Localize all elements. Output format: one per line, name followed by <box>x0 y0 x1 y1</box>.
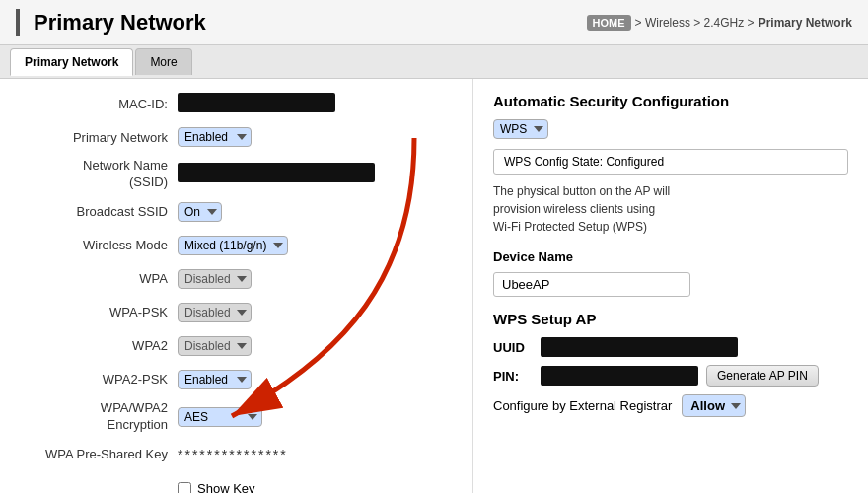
ssid-value <box>178 163 453 185</box>
primary-network-value: Enabled Disabled <box>178 127 453 147</box>
wpa2-psk-value: Enabled Disabled <box>178 370 453 389</box>
show-key-row: Show Key <box>20 475 453 493</box>
wpa-row: WPA Disabled Enabled <box>20 266 453 292</box>
pin-row: PIN: Generate AP PIN <box>493 365 848 387</box>
mac-id-value <box>178 93 453 115</box>
psk-label: WPA Pre-Shared Key <box>20 447 178 461</box>
wps-select-row: WPS <box>493 119 848 139</box>
home-button[interactable]: HOME <box>587 15 631 31</box>
mac-id-blackbox <box>178 93 335 112</box>
pin-label: PIN: <box>493 369 533 384</box>
device-name-input[interactable] <box>493 272 690 297</box>
page-header: Primary Network HOME > Wireless > 2.4GHz… <box>0 0 868 45</box>
wpa2-value: Disabled Enabled <box>178 336 453 356</box>
wpa-value: Disabled Enabled <box>178 269 453 289</box>
breadcrumb: HOME > Wireless > 2.4GHz > Primary Netwo… <box>587 15 852 31</box>
wireless-mode-value: Mixed (11b/g/n) 11b only 11g only 11n on… <box>178 236 453 255</box>
broadcast-ssid-label: Broadcast SSID <box>20 204 178 219</box>
primary-network-label: Primary Network <box>20 130 178 145</box>
device-name-title: Device Name <box>493 249 848 264</box>
tab-primary-network[interactable]: Primary Network <box>10 48 133 76</box>
wireless-mode-row: Wireless Mode Mixed (11b/g/n) 11b only 1… <box>20 233 453 258</box>
wps-setup-section: UUID PIN: Generate AP PIN Configure by E… <box>493 337 848 417</box>
encryption-value: AES TKIP AES+TKIP <box>178 407 453 427</box>
pin-blackbox <box>541 366 698 386</box>
wpa-psk-label: WPA-PSK <box>20 305 178 319</box>
generate-pin-button[interactable]: Generate AP PIN <box>706 365 819 387</box>
right-panel: Automatic Security Configuration WPS WPS… <box>473 79 868 493</box>
wpa2-label: WPA2 <box>20 338 178 353</box>
left-panel: MAC-ID: Primary Network Enabled Disabled… <box>0 79 473 493</box>
wpa-label: WPA <box>20 271 178 286</box>
wpa-psk-row: WPA-PSK Disabled Enabled <box>20 300 453 325</box>
config-desc: The physical button on the AP willprovis… <box>493 182 848 236</box>
wps-select[interactable]: WPS <box>493 119 548 139</box>
registrar-label: Configure by External Registrar <box>493 398 672 413</box>
show-key-checkbox[interactable] <box>178 482 191 493</box>
allow-select[interactable]: Allow Deny <box>682 394 746 417</box>
page-title: Primary Network <box>16 9 206 36</box>
show-key-label: Show Key <box>197 481 255 493</box>
page-title-text: Primary Network <box>34 10 206 35</box>
config-state-box: WPS Config State: Configured <box>493 149 848 175</box>
wpa2-select[interactable]: Disabled Enabled <box>178 336 252 356</box>
wpa-psk-value: Disabled Enabled <box>178 303 453 322</box>
breadcrumb-path: > Wireless > 2.4GHz > <box>635 16 755 30</box>
wpa-select[interactable]: Disabled Enabled <box>178 269 252 289</box>
nav-tabs: Primary Network More <box>0 45 868 79</box>
ssid-label: Network Name(SSID) <box>20 158 178 191</box>
psk-password: *************** <box>178 447 288 462</box>
wpa-psk-select[interactable]: Disabled Enabled <box>178 303 252 322</box>
config-state-text: WPS Config State: Configured <box>504 155 664 169</box>
encryption-select[interactable]: AES TKIP AES+TKIP <box>178 407 262 427</box>
broadcast-ssid-row: Broadcast SSID On Off <box>20 199 453 225</box>
wireless-mode-label: Wireless Mode <box>20 238 178 252</box>
registrar-row: Configure by External Registrar Allow De… <box>493 394 848 417</box>
wireless-mode-select[interactable]: Mixed (11b/g/n) 11b only 11g only 11n on… <box>178 236 288 255</box>
ssid-blackbox <box>178 163 375 182</box>
primary-network-select[interactable]: Enabled Disabled <box>178 127 252 147</box>
wpa2-psk-label: WPA2-PSK <box>20 372 178 387</box>
encryption-label: WPA/WPA2Encryption <box>20 400 178 434</box>
uuid-blackbox <box>541 337 738 357</box>
uuid-label: UUID <box>493 340 533 355</box>
psk-value: *************** <box>178 447 453 462</box>
wps-setup-title: WPS Setup AP <box>493 311 848 327</box>
psk-row: WPA Pre-Shared Key *************** <box>20 442 453 467</box>
mac-id-row: MAC-ID: <box>20 91 453 116</box>
ssid-row: Network Name(SSID) <box>20 158 453 191</box>
broadcast-ssid-value: On Off <box>178 202 453 222</box>
wpa2-row: WPA2 Disabled Enabled <box>20 333 453 359</box>
main-content: MAC-ID: Primary Network Enabled Disabled… <box>0 79 868 493</box>
encryption-row: WPA/WPA2Encryption AES TKIP AES+TKIP <box>20 400 453 434</box>
wpa2-psk-select[interactable]: Enabled Disabled <box>178 370 252 389</box>
primary-network-row: Primary Network Enabled Disabled <box>20 124 453 150</box>
mac-id-label: MAC-ID: <box>20 97 178 111</box>
wpa2-psk-row: WPA2-PSK Enabled Disabled <box>20 367 453 392</box>
breadcrumb-current: Primary Network <box>759 16 852 30</box>
tab-more[interactable]: More <box>135 48 191 75</box>
auto-security-title: Automatic Security Configuration <box>493 93 848 109</box>
title-accent <box>16 9 20 36</box>
broadcast-ssid-select[interactable]: On Off <box>178 202 222 222</box>
uuid-row: UUID <box>493 337 848 357</box>
show-key-container: Show Key <box>178 481 453 493</box>
